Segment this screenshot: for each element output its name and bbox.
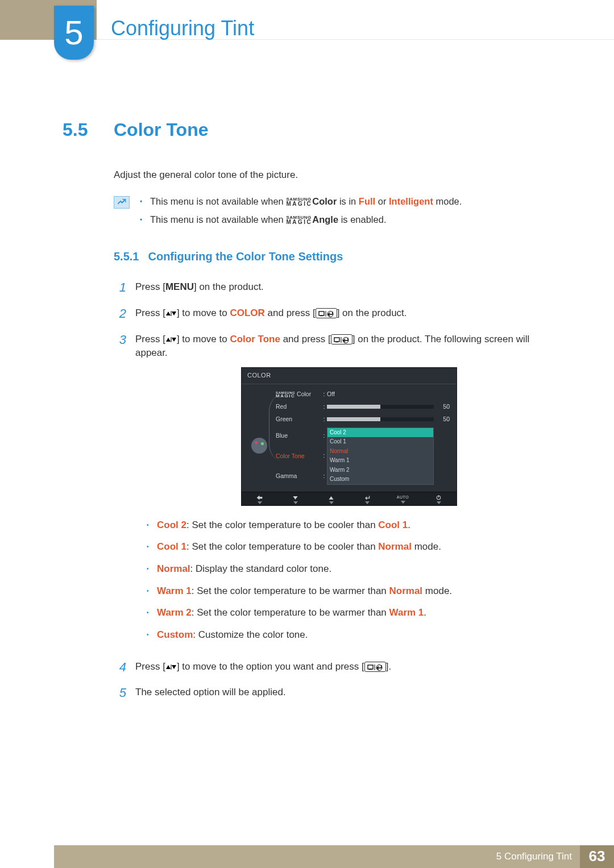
osd-row-label: Red [276,402,321,411]
osd-row-value: 50 [434,415,450,423]
tone-desc: : Customize the color tone. [193,629,308,640]
step: 1 Press [MENU] on the product. [114,279,563,297]
osd-footer-power-icon [421,495,457,504]
tone-name: Warm 2 [157,607,192,618]
osd-category-icon-col [248,390,270,485]
steps-list: 1 Press [MENU] on the product. 2 Press [… [114,279,563,702]
note-text: is enabled. [338,214,386,225]
sm-bot: MAGIC [286,202,312,206]
osd-slider-fill [327,417,380,421]
step-text: ] to move to [177,334,230,344]
osd-panel: COLOR SAMSUNGMAGIC Color [241,367,457,506]
osd-row-label: Blue [276,431,321,440]
osd-footer-down-icon [277,495,313,504]
chapter-title: Configuring Tint [111,14,254,43]
sm-bot: MAGIC [286,220,312,225]
note-item: This menu is not available when SAMSUNGM… [140,195,462,209]
sm-bot: MAGIC [276,394,295,398]
osd-slider [327,405,434,409]
mode-name: Intelligent [389,196,433,206]
note-block: This menu is not available when SAMSUNGM… [114,195,563,231]
step-body: Press [] to move to the option you want … [135,658,563,674]
footer-page-number: 63 [580,845,614,868]
tone-desc: mode. [412,541,441,552]
osd-row-value: 50 [434,402,450,411]
tone-desc: : Set the color temperature to be warmer… [192,607,389,618]
step-number: 3 [114,331,126,349]
step-number: 4 [114,658,126,676]
page-footer: 5 Configuring Tint 63 [54,845,614,868]
feature-name: Angle [312,214,338,225]
step-text: and press [ [280,334,331,344]
chapter-badge: 5 [54,6,94,60]
up-down-icon [165,661,177,672]
svg-rect-12 [369,669,372,670]
samsung-magic-logo: SAMSUNGMAGIC [276,392,295,398]
tone-option: Custom: Customize the color tone. [147,628,563,642]
tone-desc: : Set the color temperature to be warmer… [192,585,389,596]
step-text: ] to move to [177,308,230,318]
feature-name: Color [312,196,337,206]
tone-option: Cool 1: Set the color temperature to be … [147,540,563,554]
osd-dropdown-option: Warm 1 [327,456,433,466]
step-body: Press [MENU] on the product. [135,279,563,294]
tone-desc: . [408,520,410,530]
osd-row-label: Gamma [276,472,321,480]
step: 4 Press [] to move to the option you wan… [114,658,563,676]
note-text: or [375,196,389,206]
osd-row-label: Green [276,415,321,423]
source-enter-icon [364,662,386,672]
step-text: Press [ [135,661,165,672]
header-bar: 5 Configuring Tint [0,0,614,40]
osd-colon: : [321,451,327,460]
palette-icon [251,438,267,454]
tone-name: Custom [157,629,193,640]
up-down-icon [165,334,177,344]
tone-option: Warm 1: Set the color temperature to be … [147,584,563,599]
step-text: ]. [386,661,391,672]
step-number: 2 [114,305,126,323]
tone-options-list: Cool 2: Set the color temperature to be … [147,518,563,642]
osd-colon: : [321,415,327,424]
step-text: ] on the product. [337,308,407,318]
osd-title: COLOR [242,368,457,384]
step: 3 Press [] to move to Color Tone and pre… [114,331,563,650]
step-text: and press [ [265,308,316,318]
osd-row-label: SAMSUNGMAGIC Color [276,390,321,398]
svg-rect-6 [335,342,338,342]
tone-name: Normal [157,563,190,574]
svg-rect-11 [368,665,373,669]
osd-dropdown-option: Cool 1 [327,437,433,447]
tone-option: Warm 2: Set the color temperature to be … [147,606,563,620]
content: 5.5 Color Tone Adjust the general color … [63,117,563,702]
step: 2 Press [] to move to COLOR and press []… [114,305,563,323]
samsung-magic-logo: SAMSUNGMAGIC [286,216,312,224]
osd-footer-back-icon [242,495,277,504]
step-text: The selected option will be applied. [135,687,286,697]
note-item: This menu is not available when SAMSUNGM… [140,213,462,227]
tone-name: Cool 1 [157,541,186,552]
note-text: This menu is not available when [150,196,286,206]
mode-name: Full [359,196,375,206]
svg-rect-2 [320,315,323,316]
osd-row-value: Off [327,390,434,398]
subsection-heading: 5.5.1 Configuring the Color Tone Setting… [114,248,563,265]
svg-rect-4 [171,337,171,342]
tone-ref: Warm 1 [389,607,424,618]
intro-text: Adjust the general color tone of the pic… [114,168,563,182]
tone-option: Normal: Display the standard color tone. [147,562,563,576]
osd-dropdown-option: Cool 2 [327,428,433,438]
osd-rows: SAMSUNGMAGIC Color : Off Red : 50 [276,390,450,485]
osd-colon: : [321,472,327,481]
osd-row-label-selected: Color Tone [276,452,321,460]
tone-ref: Cool 1 [378,520,408,530]
step-text: ] on the product. [194,281,264,292]
subsection-title: Configuring the Color Tone Settings [148,248,343,265]
chapter-number: 5 [64,8,83,57]
osd-slider [327,417,434,421]
osd-colon: : [321,390,327,399]
tone-ref: Normal [389,585,423,596]
tone-desc: : Set the color temperature to be cooler… [186,520,378,530]
svg-rect-0 [171,311,171,316]
step: 5 The selected option will be applied. [114,684,563,702]
